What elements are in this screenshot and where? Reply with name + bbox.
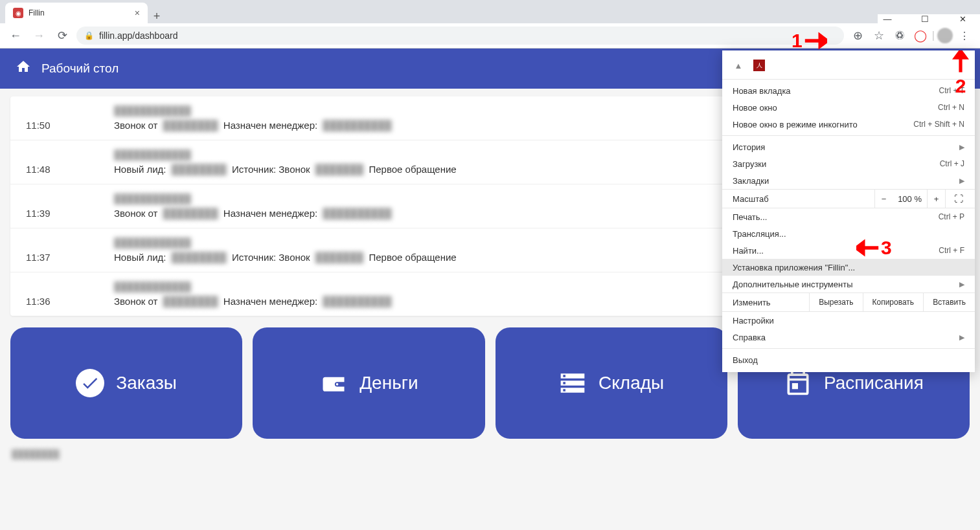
menu-find[interactable]: Найти...Ctrl + F [722,242,975,259]
menu-new-tab[interactable]: Новая вкладкаCtrl + T [722,82,975,99]
back-button[interactable]: ← [6,27,25,45]
pdf-extension-icon[interactable]: 人 [753,60,765,71]
chrome-menu-button[interactable]: ⋮ [955,27,974,45]
calendar-icon [784,369,812,397]
close-window-button[interactable]: ✕ [953,10,972,28]
annotation-3: 3 [856,237,892,259]
reload-button[interactable]: ⟳ [53,27,71,45]
browser-tab[interactable]: ◉ Fillin × [5,3,148,23]
zoom-value: 100 % [893,194,927,204]
menu-install-app[interactable]: Установка приложения "Fillin"... [722,259,975,276]
tile-stores[interactable]: Склады [496,327,727,439]
tile-orders[interactable]: Заказы [10,327,242,439]
feed-time: 11:48 [10,149,114,175]
tab-title: Fillin [28,8,130,17]
feed-text: Новый лид: ████████ Источник: Звонок ███… [114,164,457,175]
home-icon[interactable] [16,59,31,78]
url-field[interactable]: 🔒 fillin.app/dashboard [76,27,844,45]
menu-zoom: Масштаб − 100 % + ⛶ [722,189,975,208]
wallet-icon [319,369,348,397]
favicon-icon: ◉ [13,8,23,18]
tile-label: Расписания [824,373,924,393]
menu-more-tools[interactable]: Дополнительные инструменты▶ [722,276,975,293]
tile-label: Деньги [359,373,418,393]
feed-text: Звонок от ████████ Назначен менеджер: ██… [114,208,394,219]
annotation-1: 1 [792,30,827,52]
tile-money[interactable]: Деньги [253,327,484,439]
opera-extension-icon[interactable]: ◯ [911,27,929,45]
tile-label: Склады [598,373,664,393]
close-tab-icon[interactable]: × [135,8,140,18]
menu-bookmarks[interactable]: Закладки▶ [722,172,975,189]
drive-extension-icon[interactable]: ▲ [733,60,744,71]
page-title: Рабочий стол [41,61,119,76]
footer-version: ████████ [12,449,60,459]
address-bar: ← → ⟳ 🔒 fillin.app/dashboard ⊕ ☆ ♽ ◯ | ⋮ [0,23,980,48]
lock-icon: 🔒 [84,31,94,40]
menu-cast[interactable]: Трансляция... [722,225,975,242]
feed-text: Звонок от ████████ Назначен менеджер: ██… [114,120,394,131]
maximize-button[interactable]: ☐ [915,10,935,28]
menu-downloads[interactable]: ЗагрузкиCtrl + J [722,155,975,172]
feed-text: Звонок от ████████ Назначен менеджер: ██… [114,296,394,307]
menu-exit[interactable]: Выход [722,351,975,368]
tab-bar: ◉ Fillin × + — ☐ ✕ [0,0,980,23]
menu-paste[interactable]: Вставить [923,293,975,311]
profile-avatar[interactable] [937,28,953,43]
zoom-in-button[interactable]: + [927,190,945,208]
feed-time: 11:37 [10,237,114,263]
bookmark-star-icon[interactable]: ☆ [870,27,888,45]
feed-time: 11:50 [10,105,114,131]
window-controls: — ☐ ✕ [878,14,980,23]
check-circle-icon [76,369,104,397]
menu-cut[interactable]: Вырезать [809,293,862,311]
menu-incognito[interactable]: Новое окно в режиме инкогнитоCtrl + Shif… [722,116,975,133]
browser-chrome: ◉ Fillin × + — ☐ ✕ ← → ⟳ 🔒 fillin.app/da… [0,0,980,49]
feed-time: 11:39 [10,193,114,219]
menu-help[interactable]: Справка▶ [722,329,975,346]
url-text: fillin.app/dashboard [99,30,177,41]
forward-button[interactable]: → [30,27,48,45]
feed-time: 11:36 [10,282,114,307]
feed-text: Новый лид: ████████ Источник: Звонок ███… [114,252,457,263]
minimize-button[interactable]: — [878,10,897,28]
extension-icon[interactable]: ♽ [891,27,909,45]
tile-label: Заказы [116,373,177,393]
fullscreen-button[interactable]: ⛶ [945,190,971,208]
menu-new-window[interactable]: Новое окноCtrl + N [722,99,975,116]
install-app-icon[interactable]: ⊕ [849,27,867,45]
menu-history[interactable]: История▶ [722,138,975,155]
chrome-menu: ▲ 人 Новая вкладкаCtrl + T Новое окноCtrl… [722,50,975,372]
zoom-out-button[interactable]: − [874,190,893,208]
menu-settings[interactable]: Настройки [722,312,975,329]
menu-copy[interactable]: Копировать [863,293,924,311]
new-tab-button[interactable]: + [148,10,166,23]
storage-icon [558,369,587,397]
menu-print[interactable]: Печать...Ctrl + P [722,208,975,225]
menu-edit-row: Изменить Вырезать Копировать Вставить [722,293,975,312]
annotation-2: 2 [952,50,969,97]
